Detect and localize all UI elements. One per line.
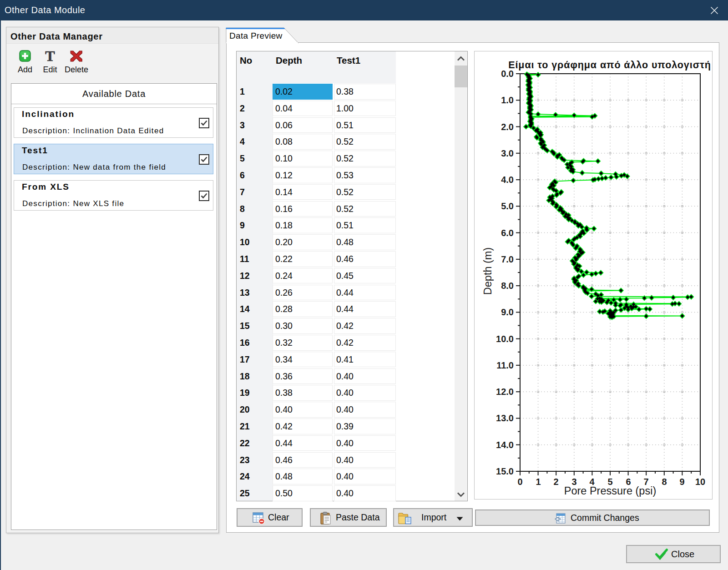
svg-text:7.0: 7.0: [501, 254, 514, 264]
svg-text:15.0: 15.0: [496, 466, 514, 476]
svg-text:T: T: [45, 50, 55, 62]
svg-text:1.0: 1.0: [501, 95, 514, 105]
svg-text:8.0: 8.0: [501, 281, 514, 291]
svg-text:10.0: 10.0: [496, 334, 514, 344]
svg-text:Depth (m): Depth (m): [482, 247, 494, 295]
svg-text:5.0: 5.0: [501, 201, 514, 211]
svg-text:14.0: 14.0: [496, 440, 514, 450]
svg-text:2.0: 2.0: [501, 122, 514, 132]
svg-text:Είμαι το γράφημα από άλλο υπολ: Είμαι το γράφημα από άλλο υπολογιστή: [508, 60, 711, 71]
svg-text:2: 2: [553, 477, 558, 487]
svg-text:11.0: 11.0: [496, 360, 514, 370]
svg-text:0: 0: [517, 477, 522, 487]
svg-text:6.0: 6.0: [501, 228, 514, 238]
svg-text:4.0: 4.0: [501, 175, 514, 185]
svg-text:12.0: 12.0: [496, 387, 514, 397]
svg-text:1: 1: [536, 477, 541, 487]
svg-text:10: 10: [695, 477, 705, 487]
svg-text:0.0: 0.0: [501, 69, 514, 79]
svg-text:9.0: 9.0: [501, 307, 514, 317]
svg-text:Pore Pressure (psi): Pore Pressure (psi): [564, 485, 656, 497]
svg-text:9: 9: [679, 477, 684, 487]
svg-text:8: 8: [662, 477, 667, 487]
svg-text:3.0: 3.0: [501, 148, 514, 158]
svg-text:13.0: 13.0: [496, 413, 514, 423]
